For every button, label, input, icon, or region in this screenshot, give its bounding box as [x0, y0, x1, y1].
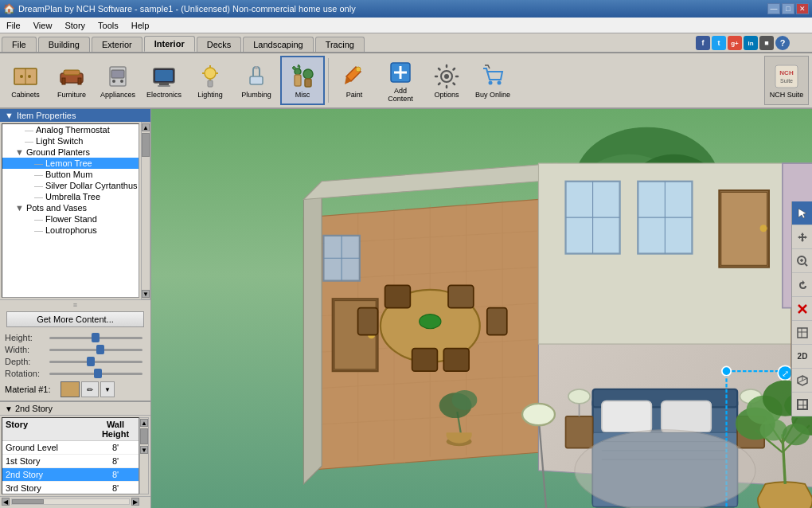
tree-item-loutrophorus[interactable]: — Loutrophorus — [2, 225, 139, 236]
svg-rect-23 — [305, 79, 311, 87]
properties-sliders: Height: Width: Depth: — [0, 330, 150, 401]
story-row-1st[interactable]: 1st Story 8' — [2, 455, 139, 468]
svg-text:⤢: ⤢ — [782, 369, 789, 378]
facebook-button[interactable]: f — [696, 36, 710, 50]
help-button[interactable]: ? — [775, 36, 790, 50]
scroll-left-button[interactable]: ◀ — [2, 498, 10, 506]
twitter-button[interactable]: t — [712, 36, 726, 50]
tab-landscaping[interactable]: Landscaping — [243, 37, 313, 52]
material-swatch[interactable] — [61, 381, 80, 397]
tree-item-thermostat[interactable]: — Analog Thermostat — [2, 124, 139, 135]
height-slider[interactable] — [49, 337, 142, 339]
tab-interior[interactable]: Interior — [144, 36, 195, 52]
panel-resize-handle[interactable]: ≡ — [0, 299, 150, 309]
tree-item-flower-stand[interactable]: — Flower Stand — [2, 213, 139, 225]
horiz-scroll-track — [11, 498, 130, 505]
cabinets-button[interactable]: Cabinets — [3, 56, 48, 105]
material-edit-button[interactable]: ✏ — [81, 381, 99, 397]
tree-item-lightswitch[interactable]: — Light Switch — [2, 135, 139, 147]
floorplan-view-button[interactable] — [792, 393, 812, 416]
svg-point-119 — [783, 424, 810, 445]
svg-point-118 — [760, 419, 787, 440]
tree-scrollbar[interactable]: ▲ ▼ — [141, 122, 150, 299]
add-content-button[interactable]: Add Content — [378, 56, 423, 105]
get-more-content-button[interactable]: Get More Content... — [6, 311, 144, 327]
story-row-2nd[interactable]: 2nd Story 8' — [2, 468, 139, 482]
grid-tool-button[interactable] — [792, 321, 812, 345]
select-tool-button[interactable] — [792, 201, 812, 225]
material-dropdown-button[interactable]: ▼ — [100, 381, 115, 397]
nch-suite-button[interactable]: NCHSuite NCH Suite — [764, 56, 809, 105]
rotate-tool-button[interactable] — [792, 273, 812, 297]
tab-decks[interactable]: Decks — [197, 37, 242, 52]
menu-help[interactable]: Help — [125, 18, 156, 33]
tree-group-ground-planters[interactable]: ▼ Ground Planters — [2, 147, 139, 158]
google-plus-button[interactable]: g+ — [728, 36, 742, 50]
tab-building[interactable]: Building — [38, 37, 90, 52]
tree-item-umbrella-tree[interactable]: — Umbrella Tree — [2, 191, 139, 202]
close-button[interactable]: ✕ — [796, 3, 809, 14]
tree-leaf-icon6: — — [34, 192, 43, 201]
tree-item-lemon-tree[interactable]: — Lemon Tree — [2, 158, 139, 169]
tree-leaf-icon8: — — [34, 225, 43, 235]
story-row-ground[interactable]: Ground Level 8' — [2, 441, 139, 455]
viewport[interactable]: ⤢ — [151, 109, 812, 508]
zoom-tool-button[interactable] — [792, 249, 812, 273]
tree-leaf-icon4: — — [34, 170, 43, 179]
story-scroll-thumb[interactable] — [140, 428, 148, 444]
story-horiz-scroll[interactable]: ◀ ▶ — [0, 496, 150, 506]
left-panel: ▼ Item Properties — Analog Thermostat — … — [0, 109, 151, 508]
item-properties-expand[interactable]: ▼ — [5, 111, 14, 120]
item-tree[interactable]: — Analog Thermostat — Light Switch ▼ Gro… — [2, 123, 139, 298]
svg-marker-52 — [303, 182, 322, 484]
menu-story[interactable]: Story — [58, 18, 92, 33]
3d-view-button[interactable] — [792, 369, 812, 393]
share-button[interactable]: ■ — [759, 36, 774, 50]
menu-file[interactable]: File — [0, 18, 27, 33]
misc-button[interactable]: Misc — [280, 56, 325, 105]
story-scrollbar[interactable]: ▲ ▼ — [139, 417, 149, 494]
lighting-button[interactable]: Lighting — [188, 56, 232, 105]
svg-rect-7 — [64, 70, 80, 75]
appliances-button[interactable]: Appliances — [96, 56, 140, 105]
tree-scroll-thumb[interactable] — [142, 133, 150, 157]
story-table: Story Wall Height Ground Level 8' 1st St… — [2, 417, 139, 494]
title-bar-controls[interactable]: — □ ✕ — [767, 3, 809, 14]
tab-bar: File Building Exterior Interior Decks La… — [0, 33, 812, 53]
rotation-thumb[interactable] — [94, 369, 102, 378]
svg-rect-143 — [798, 400, 807, 409]
tab-tracing[interactable]: Tracing — [315, 37, 365, 52]
rotation-slider[interactable] — [49, 373, 142, 375]
2d-view-button[interactable]: 2D — [792, 345, 812, 369]
tab-exterior[interactable]: Exterior — [92, 37, 142, 52]
horiz-scroll-thumb[interactable] — [12, 499, 44, 504]
menu-view[interactable]: View — [27, 18, 59, 33]
svg-point-22 — [303, 69, 313, 79]
tree-group-pots-vases[interactable]: ▼ Pots and Vases — [2, 202, 139, 213]
story-panel-collapse[interactable]: ▼ — [5, 404, 13, 413]
depth-thumb[interactable] — [87, 357, 95, 366]
width-slider[interactable] — [49, 349, 142, 351]
height-thumb[interactable] — [92, 333, 100, 342]
story-row-3rd[interactable]: 3rd Story 8' — [2, 482, 139, 494]
lighting-label: Lighting — [197, 91, 223, 99]
delete-tool-button[interactable] — [792, 297, 812, 321]
scroll-right-button[interactable]: ▶ — [131, 498, 139, 506]
electronics-button[interactable]: Electronics — [142, 56, 186, 105]
tree-item-button-mum[interactable]: — Button Mum — [2, 169, 139, 180]
viewport-canvas[interactable]: ⤢ — [151, 109, 812, 508]
menu-tools[interactable]: Tools — [92, 18, 125, 33]
pan-tool-button[interactable] — [792, 225, 812, 249]
maximize-button[interactable]: □ — [782, 3, 794, 14]
linkedin-button[interactable]: in — [744, 36, 758, 50]
options-button[interactable]: Options — [424, 56, 469, 105]
minimize-button[interactable]: — — [767, 3, 780, 14]
width-thumb[interactable] — [96, 345, 104, 354]
depth-slider[interactable] — [49, 361, 142, 363]
tab-file[interactable]: File — [2, 37, 37, 52]
paint-button[interactable]: Paint — [332, 56, 377, 105]
furniture-button[interactable]: Furniture — [49, 56, 94, 105]
tree-item-silver-dollar[interactable]: — Silver Dollar Cyrtanthus — [2, 180, 139, 191]
plumbing-button[interactable]: Plumbing — [234, 56, 279, 105]
buy-online-button[interactable]: Buy Online — [470, 56, 515, 105]
